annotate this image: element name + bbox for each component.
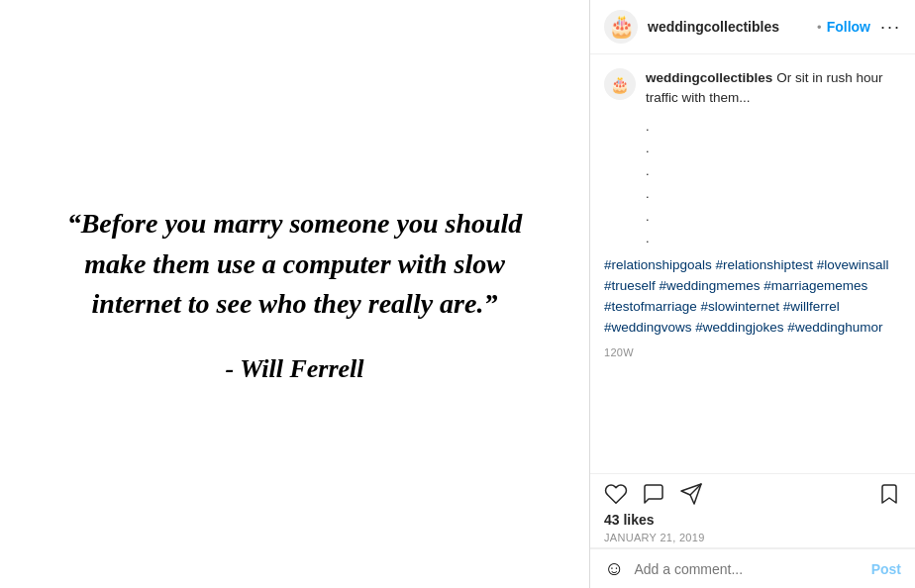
heart-icon: [604, 482, 628, 506]
post-comment-button[interactable]: Post: [871, 561, 901, 577]
more-options-button[interactable]: ···: [880, 17, 901, 38]
post-body: 🎂 weddingcollectiblesOr sit in rush hour…: [590, 54, 915, 474]
emoji-button[interactable]: ☺: [604, 557, 624, 580]
post-header: 🎂 weddingcollectibles • Follow ···: [590, 0, 915, 54]
comment-input[interactable]: [634, 561, 870, 577]
comment-timestamp: 120w: [604, 346, 901, 358]
comment-avatar-emoji: 🎂: [610, 75, 630, 94]
dot-3: .: [604, 161, 901, 182]
like-button[interactable]: [604, 482, 628, 506]
bookmark-button[interactable]: [877, 482, 901, 506]
follow-button[interactable]: Follow: [827, 19, 870, 35]
post-image: “Before you marry someone you should mak…: [0, 0, 590, 588]
sidebar: 🎂 weddingcollectibles • Follow ··· 🎂 wed…: [590, 0, 915, 588]
header-avatar: 🎂: [604, 10, 638, 44]
comment-avatar: 🎂: [604, 68, 636, 100]
comment-button[interactable]: [642, 482, 665, 506]
header-username: weddingcollectibles: [648, 19, 812, 35]
hashtags: #relationshipgoals #relationshiptest #lo…: [604, 255, 901, 339]
share-icon: [679, 482, 703, 506]
quote-author: - Will Ferrell: [225, 354, 363, 384]
action-icons-row: [604, 482, 901, 506]
dot-5: .: [604, 207, 901, 228]
comment-content: weddingcollectiblesOr sit in rush hour t…: [646, 68, 901, 109]
comment-icon: [642, 482, 665, 506]
quote-text: “Before you marry someone you should mak…: [40, 204, 550, 325]
main-comment-row: 🎂 weddingcollectiblesOr sit in rush hour…: [604, 68, 901, 109]
comment-username: weddingcollectibles: [646, 70, 772, 85]
avatar-emoji: 🎂: [608, 14, 635, 40]
share-button[interactable]: [679, 482, 703, 506]
bookmark-icon: [877, 482, 901, 506]
dot-1: .: [604, 117, 901, 138]
dot-6: .: [604, 229, 901, 249]
add-comment-row: ☺ Post: [590, 548, 915, 588]
likes-count: 43 likes: [604, 512, 901, 528]
post-date: JANUARY 21, 2019: [604, 532, 901, 543]
dot-4: .: [604, 184, 901, 205]
post-actions: 43 likes JANUARY 21, 2019: [590, 474, 915, 548]
dot-2: .: [604, 139, 901, 159]
header-dot: •: [817, 20, 822, 35]
